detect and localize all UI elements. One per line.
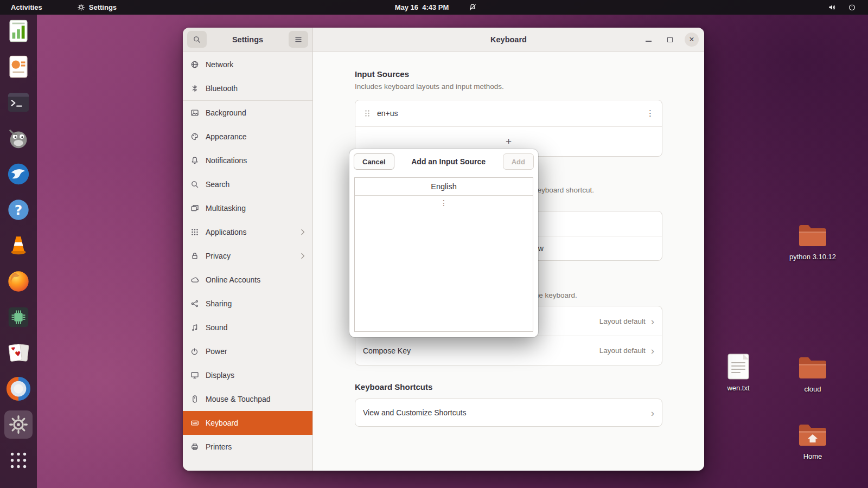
software-dock-icon[interactable] xyxy=(4,375,33,403)
appearance-icon xyxy=(190,132,199,141)
drag-handle-icon[interactable] xyxy=(363,109,372,118)
textfile-icon xyxy=(727,354,749,382)
primary-menu-button[interactable] xyxy=(289,31,308,48)
sidebar-item-power[interactable]: Power xyxy=(183,339,312,363)
libreoffice-calc-dock-icon[interactable] xyxy=(4,17,33,45)
svg-text:♥: ♥ xyxy=(15,350,22,358)
sidebar-item-applications[interactable]: Applications xyxy=(183,220,312,244)
more-languages-row[interactable]: ⋮ xyxy=(355,196,533,210)
sidebar-item-sharing[interactable]: Sharing xyxy=(183,292,312,316)
sidebar-item-search[interactable]: Search xyxy=(183,172,312,196)
row-label: Compose Key xyxy=(363,346,411,355)
sound-icon xyxy=(190,323,199,332)
sidebar-headerbar: Settings xyxy=(183,28,313,52)
sidebar-item-label: Keyboard xyxy=(206,419,307,427)
sidebar-item-online-accounts[interactable]: Online Accounts xyxy=(183,268,312,292)
input-source-row[interactable]: en+us ⋮ xyxy=(355,100,662,126)
firefox-dock-icon[interactable] xyxy=(4,267,33,296)
dialog-title: Add an Input Source xyxy=(398,157,500,166)
sidebar-item-label: Online Accounts xyxy=(206,275,307,284)
add-button[interactable]: Add xyxy=(503,153,534,170)
sidebar-item-privacy[interactable]: Privacy xyxy=(183,244,312,268)
add-icon: + xyxy=(506,136,512,146)
row-value: Layout default xyxy=(599,317,646,325)
desktop-icon-label: cloud xyxy=(804,385,821,393)
sidebar-item-label: Appearance xyxy=(206,132,307,141)
clock-button[interactable]: May 16 4:43 PM xyxy=(392,0,452,15)
clock-label: May 16 4:43 PM xyxy=(395,3,449,11)
online-accounts-icon xyxy=(190,275,199,284)
app-grid-dock-icon[interactable] xyxy=(4,446,33,474)
desktop-icon-home-folder[interactable]: Home xyxy=(786,421,840,460)
view-customize-shortcuts-row[interactable]: View and Customize Shortcuts › xyxy=(355,399,662,426)
desktop-icon-label: Home xyxy=(803,452,822,460)
vlc-dock-icon[interactable] xyxy=(4,232,33,260)
main-headerbar: Keyboard × xyxy=(313,28,704,52)
desktop-icon-cloud-folder[interactable]: cloud xyxy=(786,354,840,393)
shortcuts-card: View and Customize Shortcuts › xyxy=(355,399,662,427)
sidebar-item-label: Background xyxy=(206,108,307,117)
network-icon xyxy=(190,60,199,69)
thunderbird-dock-icon[interactable] xyxy=(4,160,33,188)
maximize-button[interactable] xyxy=(663,33,677,47)
top-bar: Activities Settings May 16 4:43 PM xyxy=(0,0,868,15)
power-icon xyxy=(848,3,856,11)
minimize-button[interactable] xyxy=(641,33,655,47)
gimp-dock-icon[interactable] xyxy=(4,124,33,152)
sidebar-item-displays[interactable]: Displays xyxy=(183,363,312,387)
power-icon xyxy=(190,348,199,356)
hamburger-menu-icon xyxy=(294,35,303,44)
language-row-english[interactable]: English xyxy=(355,178,533,196)
desktop-icon-label: wen.txt xyxy=(727,384,749,392)
applications-icon xyxy=(190,228,199,236)
system-menu-button[interactable] xyxy=(845,0,859,15)
desktop-icon-python-folder[interactable]: python 3.10.12 xyxy=(786,221,840,261)
mouse-icon xyxy=(190,395,199,403)
sidebar-item-multitasking[interactable]: Multitasking xyxy=(183,196,312,220)
bluetooth-icon xyxy=(190,84,199,93)
help-dock-icon[interactable]: ? xyxy=(4,196,33,224)
sidebar-item-mouse[interactable]: Mouse & Touchpad xyxy=(183,387,312,411)
chevron-right-icon: › xyxy=(651,345,654,356)
sidebar-item-label: Sound xyxy=(206,323,307,332)
aisleriot-dock-icon[interactable]: ♥♥ xyxy=(4,339,33,367)
sidebar-item-network[interactable]: Network xyxy=(183,53,312,76)
svg-text:?: ? xyxy=(15,202,22,218)
search-button[interactable] xyxy=(187,31,207,48)
sidebar-item-label: Applications xyxy=(206,228,292,236)
activities-button[interactable]: Activities xyxy=(8,0,46,15)
kebab-menu-icon[interactable]: ⋮ xyxy=(646,108,654,118)
chevron-right-icon: › xyxy=(651,408,654,418)
cancel-button[interactable]: Cancel xyxy=(354,153,394,170)
sidebar-item-notifications[interactable]: Notifications xyxy=(183,149,312,172)
sidebar-item-label: Bluetooth xyxy=(206,84,307,93)
chevron-right-icon: › xyxy=(651,316,654,326)
sidebar-item-sound[interactable]: Sound xyxy=(183,316,312,339)
libreoffice-impress-dock-icon[interactable] xyxy=(4,53,33,81)
keyboard-icon xyxy=(190,419,199,427)
settings-dock-icon[interactable] xyxy=(4,410,33,439)
additional-drivers-dock-icon[interactable] xyxy=(4,303,33,331)
sidebar-item-bluetooth[interactable]: Bluetooth xyxy=(183,76,312,100)
notifications-disabled-icon xyxy=(468,3,476,11)
close-button[interactable]: × xyxy=(685,33,699,47)
terminal-dock-icon[interactable] xyxy=(4,88,33,117)
input-sources-title: Input Sources xyxy=(355,69,662,79)
sidebar-item-label: Displays xyxy=(206,371,307,380)
compose-key-row[interactable]: Compose Key Layout default › xyxy=(355,336,662,365)
more-icon: ⋮ xyxy=(440,198,448,207)
search-icon xyxy=(190,180,199,189)
sidebar-item-appearance[interactable]: Appearance xyxy=(183,125,312,149)
sidebar-item-keyboard[interactable]: Keyboard xyxy=(183,411,312,435)
sidebar-item-printers[interactable]: Printers xyxy=(183,435,312,459)
desktop-icon-wen-txt[interactable]: wen.txt xyxy=(711,354,765,392)
sidebar-item-background[interactable]: Background xyxy=(183,101,312,125)
home-icon xyxy=(797,421,828,450)
sidebar-item-label: Multitasking xyxy=(206,204,307,213)
focused-app-indicator[interactable]: Settings xyxy=(74,0,120,15)
input-sources-card: en+us ⋮ + xyxy=(355,100,662,157)
dialog-header: Cancel Add an Input Source Add xyxy=(349,149,538,174)
multitasking-icon xyxy=(190,204,199,213)
background-icon xyxy=(190,108,199,117)
search-icon xyxy=(193,35,201,44)
